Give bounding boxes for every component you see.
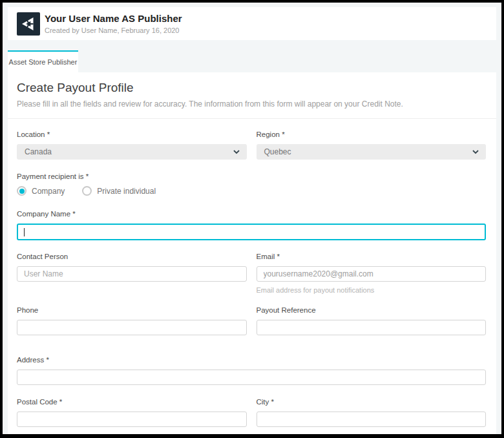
publisher-subtitle: Created by User Name, February 16, 2020 xyxy=(45,26,182,34)
phone-input[interactable] xyxy=(17,320,247,335)
postal-code-label: Postal Code * xyxy=(17,398,247,406)
text-cursor xyxy=(24,228,25,236)
postal-code-input[interactable] xyxy=(17,412,247,427)
payment-recipient-radio-group: Company Private individual xyxy=(17,186,486,196)
page-title: Create Payout Profile xyxy=(17,81,486,95)
payout-reference-label: Payout Reference xyxy=(257,306,487,314)
publisher-title: Your User Name AS Publisher xyxy=(45,13,182,25)
payment-recipient-label: Payment recipient is * xyxy=(17,172,486,180)
tab-bar: Asset Store Publisher xyxy=(8,50,496,72)
company-name-input[interactable] xyxy=(17,224,486,240)
payout-profile-card: Create Payout Profile Please fill in all… xyxy=(8,72,496,434)
location-selected-value: Canada xyxy=(25,147,52,156)
form-header: Create Payout Profile Please fill in all… xyxy=(8,72,496,119)
chevron-down-icon xyxy=(472,148,479,156)
region-select[interactable]: Quebec xyxy=(257,144,487,160)
email-helper-text: Email address for payout notifications xyxy=(257,286,487,294)
unity-logo-icon xyxy=(17,12,40,36)
location-label: Location * xyxy=(17,130,247,138)
city-input[interactable] xyxy=(257,412,487,427)
radio-private-individual-label: Private individual xyxy=(97,187,156,196)
radio-selected-icon xyxy=(17,186,26,196)
payout-reference-input[interactable] xyxy=(257,320,487,335)
phone-label: Phone xyxy=(17,306,247,314)
region-label: Region * xyxy=(257,130,487,138)
location-select[interactable]: Canada xyxy=(17,144,247,160)
radio-unselected-icon xyxy=(82,186,92,196)
contact-person-label: Contact Person xyxy=(17,253,247,260)
radio-company[interactable]: Company xyxy=(17,186,65,196)
form-description: Please fill in all the fields and review… xyxy=(17,99,486,109)
address-input[interactable] xyxy=(17,370,486,385)
radio-company-label: Company xyxy=(32,187,65,196)
publisher-header: Your User Name AS Publisher Created by U… xyxy=(8,7,496,40)
region-selected-value: Quebec xyxy=(264,147,291,156)
city-label: City * xyxy=(257,398,487,406)
contact-person-input[interactable] xyxy=(17,266,247,282)
radio-private-individual[interactable]: Private individual xyxy=(82,186,156,196)
company-name-label: Company Name * xyxy=(17,210,486,218)
app-window: Your User Name AS Publisher Created by U… xyxy=(3,3,501,434)
chevron-down-icon xyxy=(233,148,240,156)
email-label: Email * xyxy=(257,253,487,260)
email-input[interactable] xyxy=(257,266,487,282)
tab-asset-store-publisher[interactable]: Asset Store Publisher xyxy=(8,50,78,72)
payout-form: Location * Canada Region * Quebec Payme xyxy=(8,119,496,427)
address-label: Address * xyxy=(17,356,486,364)
